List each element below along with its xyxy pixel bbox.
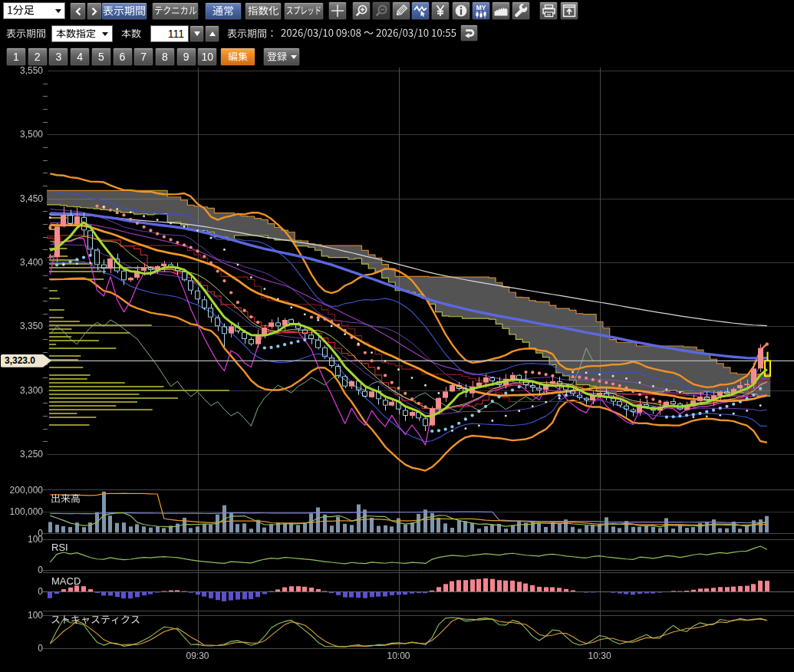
preset-7-button[interactable]: 7 <box>133 48 153 66</box>
period-mode-value <box>56 29 96 39</box>
interval-select[interactable] <box>3 2 65 19</box>
rsi-panel-label: RSI <box>51 542 68 552</box>
y-axis-label: 3,500 <box>0 130 43 139</box>
x-axis-label: 10:30 <box>577 651 623 660</box>
my-chart-icon: MY <box>473 4 489 18</box>
interval-select-value <box>7 5 35 16</box>
count-decrement-button[interactable] <box>189 25 204 42</box>
zoom-out-button[interactable] <box>372 2 390 20</box>
count-input[interactable]: 111 <box>150 25 189 42</box>
reset-period-button[interactable] <box>460 25 478 41</box>
trend-line-icon <box>413 4 427 18</box>
volume-tick-label: 100,000 <box>0 507 43 516</box>
indexed-button[interactable] <box>245 2 282 20</box>
draw-pencil-icon <box>394 4 408 18</box>
triangle-down-icon <box>291 55 297 59</box>
macd-panel-label: MACD <box>51 576 81 586</box>
rsi-tick-label: 100 <box>0 535 43 544</box>
settings-wrench-icon <box>514 4 528 18</box>
info-button[interactable] <box>452 2 470 20</box>
draw-pencil-button[interactable] <box>392 2 410 20</box>
count-increment-button[interactable] <box>205 25 219 42</box>
chevron-right-icon <box>91 7 98 16</box>
preset-5-button[interactable]: 5 <box>91 48 111 66</box>
chevron-down-icon <box>55 9 61 13</box>
crosshair-button[interactable] <box>328 2 347 20</box>
y-axis-label: 3,300 <box>0 386 43 395</box>
count-label <box>121 25 141 42</box>
yen-button[interactable] <box>431 2 450 20</box>
technical-button-label <box>154 6 197 16</box>
macd-tick-label: 0 <box>0 587 43 596</box>
preset-6-button[interactable]: 6 <box>113 48 133 66</box>
print-icon <box>542 4 556 18</box>
prev-button[interactable] <box>70 2 86 20</box>
info-icon <box>454 4 468 18</box>
stoch-tick-label: 100 <box>0 611 43 620</box>
volume-tick-label: 200,000 <box>0 486 43 495</box>
popout-icon <box>562 4 576 18</box>
print-button[interactable] <box>539 2 558 20</box>
stoch-panel-label <box>51 615 140 625</box>
y-axis-label: 3,350 <box>0 321 43 331</box>
settings-wrench-button[interactable] <box>512 2 530 20</box>
yen-icon <box>433 4 447 18</box>
spread-button-label <box>286 6 321 16</box>
triangle-up-icon <box>209 31 216 36</box>
register-button-label <box>267 52 287 62</box>
current-price-tag: 3,323.0 <box>1 354 51 367</box>
indexed-button-label <box>248 6 279 17</box>
chevron-left-icon <box>74 7 82 16</box>
preset-4-button[interactable]: 4 <box>70 48 90 66</box>
preset-8-button[interactable]: 8 <box>155 48 175 66</box>
display-period-button[interactable] <box>101 2 147 20</box>
x-axis-label: 09:30 <box>175 651 221 660</box>
volume-panel-label <box>51 494 81 504</box>
preset-10-button[interactable]: 10 <box>197 48 217 66</box>
y-axis-label: 3,550 <box>0 66 43 75</box>
preset-9-button[interactable]: 9 <box>176 48 196 66</box>
preset-3-button[interactable]: 3 <box>48 48 68 66</box>
trend-line-button[interactable] <box>411 2 430 20</box>
period-mode-select[interactable] <box>51 25 113 42</box>
svg-text:MY: MY <box>476 4 486 12</box>
edit-button[interactable] <box>220 48 255 66</box>
x-axis-label: 10:00 <box>376 651 422 660</box>
normal-button[interactable] <box>205 2 242 20</box>
rsi-tick-label: 0 <box>0 565 43 575</box>
popout-button[interactable] <box>560 2 578 20</box>
preset-2-button[interactable]: 2 <box>28 48 48 66</box>
area-chart-button[interactable] <box>492 2 510 20</box>
technical-button[interactable] <box>152 2 199 20</box>
y-axis-label: 3,400 <box>0 258 43 267</box>
range-value <box>281 25 456 42</box>
preset-1-button[interactable]: 1 <box>6 48 26 66</box>
zoom-out-icon <box>374 4 388 18</box>
spread-button[interactable] <box>284 2 324 20</box>
display-period-button-label <box>103 6 146 17</box>
stoch-tick-label: 0 <box>0 644 43 653</box>
range-label <box>227 25 277 42</box>
chart-canvas[interactable] <box>0 0 794 672</box>
crosshair-icon <box>331 4 344 18</box>
chevron-down-icon <box>102 32 108 36</box>
area-chart-icon <box>493 4 509 18</box>
period-label <box>6 25 46 42</box>
zoom-in-icon <box>354 4 368 18</box>
zoom-in-button[interactable] <box>352 2 371 20</box>
normal-button-label <box>213 6 234 17</box>
triangle-down-icon <box>194 31 200 36</box>
next-button[interactable] <box>87 2 102 20</box>
my-chart-button[interactable]: MY <box>472 2 490 20</box>
chart-window: MY 111 12345678910 3,5503,5003,4503,4003… <box>0 0 794 672</box>
register-button[interactable] <box>263 48 300 66</box>
return-arrow-icon <box>463 27 476 39</box>
y-axis-label: 3,250 <box>0 450 43 459</box>
y-axis-label: 3,450 <box>0 194 43 203</box>
